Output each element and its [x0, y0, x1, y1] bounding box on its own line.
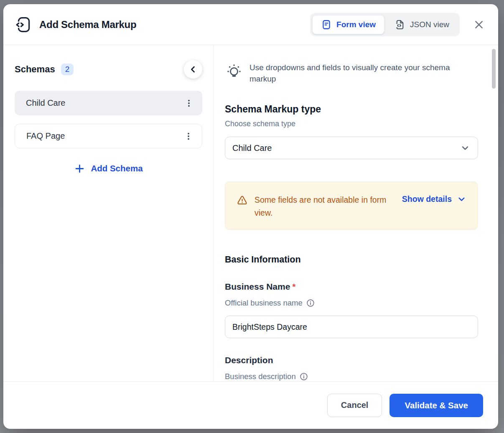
schema-item-menu-button[interactable]	[181, 96, 196, 111]
chevron-down-icon	[460, 143, 471, 153]
schema-type-selected-value: Child Care	[232, 143, 272, 153]
schema-item-label: FAQ Page	[26, 131, 65, 141]
schema-item-label: Child Care	[26, 98, 65, 108]
chevron-left-icon	[188, 64, 198, 74]
schema-type-heading: Schema Markup type	[225, 103, 478, 115]
add-schema-button[interactable]: Add Schema	[15, 160, 202, 177]
kebab-menu-icon	[184, 132, 193, 141]
required-asterisk: *	[292, 282, 295, 291]
dialog-title: Add Schema Markup	[39, 19, 136, 31]
json-view-icon	[395, 19, 405, 30]
business-name-help-text: Official business name	[225, 298, 303, 308]
show-details-button[interactable]: Show details	[402, 194, 467, 204]
schema-item-menu-button[interactable]	[181, 129, 196, 144]
form-view-label: Form view	[336, 20, 376, 29]
description-help-text: Business description	[225, 372, 296, 381]
description-label-text: Description	[225, 355, 273, 365]
close-icon	[473, 19, 485, 31]
schema-list-item-child-care[interactable]: Child Care	[15, 91, 202, 115]
warning-icon	[237, 195, 248, 206]
json-view-label: JSON view	[410, 20, 449, 29]
business-name-label-text: Business Name	[225, 282, 290, 291]
hint-text: Use dropdowns and fields to visually cre…	[249, 62, 470, 84]
schemas-heading: Schemas	[15, 64, 55, 75]
schema-markup-icon	[15, 16, 32, 33]
view-toggle: Form view JSON view	[310, 13, 460, 36]
dialog-header: Add Schema Markup Form view	[3, 4, 498, 45]
info-icon[interactable]	[299, 372, 308, 381]
dialog-title-group: Add Schema Markup	[15, 16, 136, 33]
plus-icon	[74, 163, 85, 174]
dialog-footer: Cancel Validate & Save	[3, 381, 498, 429]
form-panel: Use dropdowns and fields to visually cre…	[214, 45, 498, 381]
close-button[interactable]	[471, 17, 486, 32]
add-schema-markup-dialog: Add Schema Markup Form view	[3, 4, 498, 429]
basic-information-heading: Basic Information	[225, 253, 478, 266]
vertical-scrollbar-thumb[interactable]	[492, 49, 496, 89]
business-name-input[interactable]	[225, 316, 478, 338]
schema-type-subheading: Choose schema type	[225, 119, 478, 129]
cancel-button[interactable]: Cancel	[327, 394, 382, 417]
business-name-help: Official business name	[225, 298, 478, 308]
show-details-label: Show details	[402, 194, 452, 204]
schema-type-select[interactable]: Child Care	[225, 137, 478, 159]
description-label: Description	[225, 354, 478, 366]
kebab-menu-icon	[184, 99, 193, 108]
info-icon[interactable]	[306, 298, 315, 308]
schema-list-item-faq-page[interactable]: FAQ Page	[15, 124, 202, 148]
warning-banner: Some fields are not available in form vi…	[225, 181, 478, 230]
add-schema-label: Add Schema	[91, 163, 143, 173]
hint-row: Use dropdowns and fields to visually cre…	[225, 62, 478, 84]
dialog-body: Schemas 2 Child Care	[3, 45, 498, 381]
collapse-sidebar-button[interactable]	[184, 60, 202, 79]
json-view-tab[interactable]: JSON view	[386, 15, 458, 34]
schemas-count-badge: 2	[61, 64, 74, 75]
form-view-icon	[321, 19, 332, 30]
schemas-header: Schemas 2	[15, 60, 202, 79]
schemas-sidebar: Schemas 2 Child Care	[3, 45, 214, 381]
chevron-down-icon	[456, 194, 467, 204]
validate-save-button[interactable]: Validate & Save	[389, 394, 483, 417]
description-help: Business description	[225, 372, 478, 381]
lightbulb-icon	[225, 62, 243, 84]
warning-message: Some fields are not available in form vi…	[255, 194, 397, 219]
form-view-tab[interactable]: Form view	[312, 15, 384, 34]
business-name-label: Business Name*	[225, 281, 478, 293]
